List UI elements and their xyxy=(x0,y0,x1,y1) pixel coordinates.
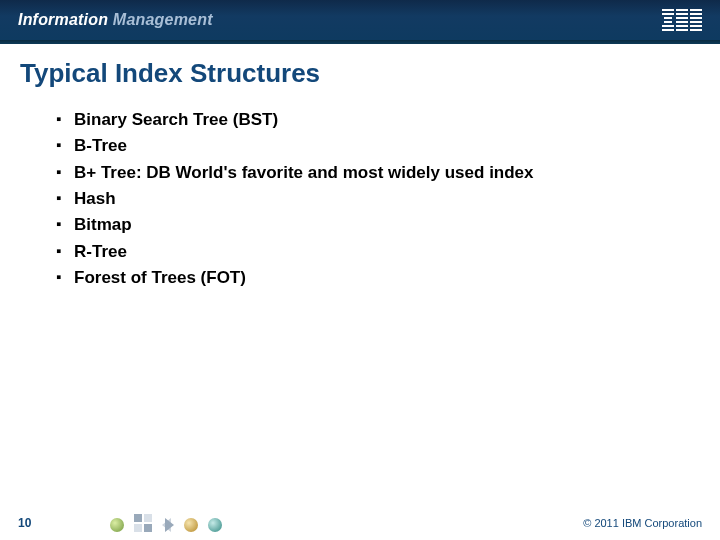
list-item: R-Tree xyxy=(56,239,700,265)
ibm-logo xyxy=(662,9,702,31)
list-item: B-Tree xyxy=(56,133,700,159)
arrows-icon xyxy=(162,518,174,532)
top-banner: Information Management xyxy=(0,0,720,40)
slide: { "banner": { "brand_prefix": "Informati… xyxy=(0,0,720,540)
list-item: Bitmap xyxy=(56,212,700,238)
slide-content: Binary Search Tree (BST) B-Tree B+ Tree:… xyxy=(0,99,720,506)
footer-decoration xyxy=(110,516,222,534)
list-item: Hash xyxy=(56,186,700,212)
brand-suffix: Management xyxy=(113,11,213,28)
squares-icon xyxy=(134,514,152,532)
slide-title: Typical Index Structures xyxy=(0,44,720,99)
copyright: © 2011 IBM Corporation xyxy=(583,517,702,529)
footer: 10 © 2011 IBM Corporation xyxy=(0,506,720,540)
list-item: B+ Tree: DB World's favorite and most wi… xyxy=(56,160,700,186)
bullet-list: Binary Search Tree (BST) B-Tree B+ Tree:… xyxy=(56,107,700,291)
brand-prefix: Information xyxy=(18,11,108,28)
list-item: Forest of Trees (FOT) xyxy=(56,265,700,291)
dot-icon xyxy=(110,518,124,532)
dot-icon xyxy=(208,518,222,532)
brand-title: Information Management xyxy=(18,11,213,29)
list-item: Binary Search Tree (BST) xyxy=(56,107,700,133)
page-number: 10 xyxy=(18,516,31,530)
dot-icon xyxy=(184,518,198,532)
